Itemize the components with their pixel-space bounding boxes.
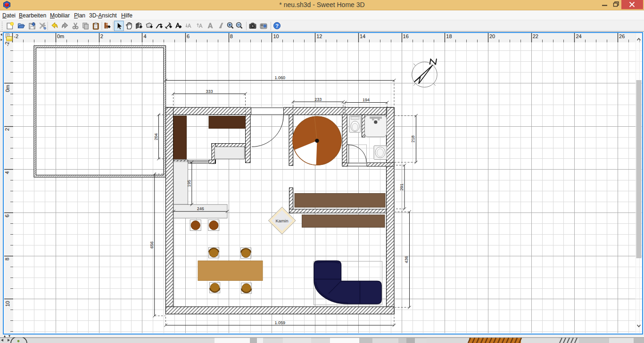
svg-text:?: ? <box>275 23 279 29</box>
